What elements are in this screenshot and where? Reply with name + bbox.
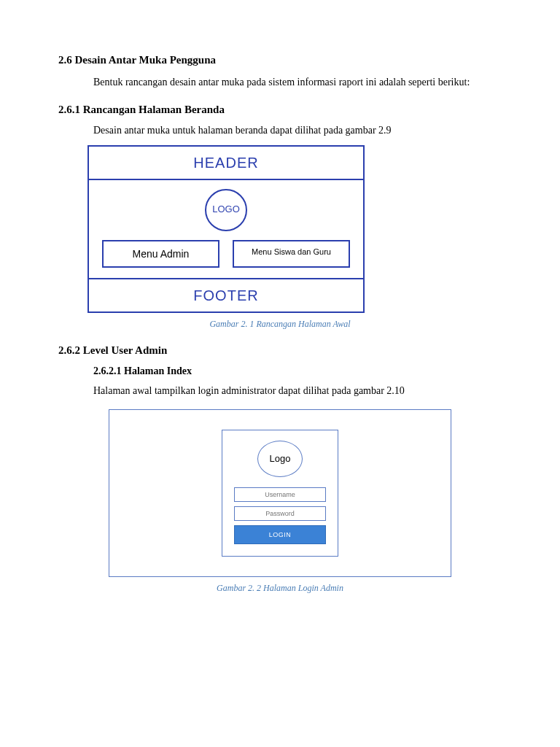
password-field[interactable] — [234, 506, 326, 521]
wireframe-login-container: Logo LOGIN — [109, 409, 451, 577]
wireframe-body-region: LOGO Menu Admin Menu Siswa dan Guru — [89, 180, 363, 278]
section-2-6-1-text: Desain antar muka untuk halaman beranda … — [58, 123, 502, 139]
section-2-6-title: 2.6 Desain Antar Muka Pengguna — [58, 51, 502, 69]
menu-siswa-guru-button[interactable]: Menu Siswa dan Guru — [233, 240, 350, 268]
logo-circle: LOGO — [205, 189, 247, 231]
wireframe-footer-region: FOOTER — [89, 278, 363, 311]
wireframe-header-region: HEADER — [89, 147, 363, 180]
section-2-6-2-1-title: 2.6.2.1 Halaman Index — [93, 363, 502, 379]
username-field[interactable] — [234, 487, 326, 502]
menu-admin-button[interactable]: Menu Admin — [102, 240, 219, 268]
figure-2-2-caption: Gambar 2. 2 Halaman Login Admin — [58, 581, 502, 595]
section-2-6-1-title: 2.6.1 Rancangan Halaman Beranda — [58, 101, 502, 118]
login-logo-circle: Logo — [257, 441, 303, 477]
wireframe-beranda: HEADER LOGO Menu Admin Menu Siswa dan Gu… — [88, 145, 365, 313]
section-2-6-2-1-text: Halaman awal tampilkan login administrat… — [58, 383, 502, 399]
section-2-6-2-title: 2.6.2 Level User Admin — [58, 341, 502, 359]
login-card: Logo LOGIN — [222, 430, 338, 557]
section-2-6-intro: Bentuk rancangan desain antar muka pada … — [58, 74, 502, 90]
login-button[interactable]: LOGIN — [234, 525, 326, 544]
figure-2-1-caption: Gambar 2. 1 Rancangan Halaman Awal — [58, 317, 502, 331]
